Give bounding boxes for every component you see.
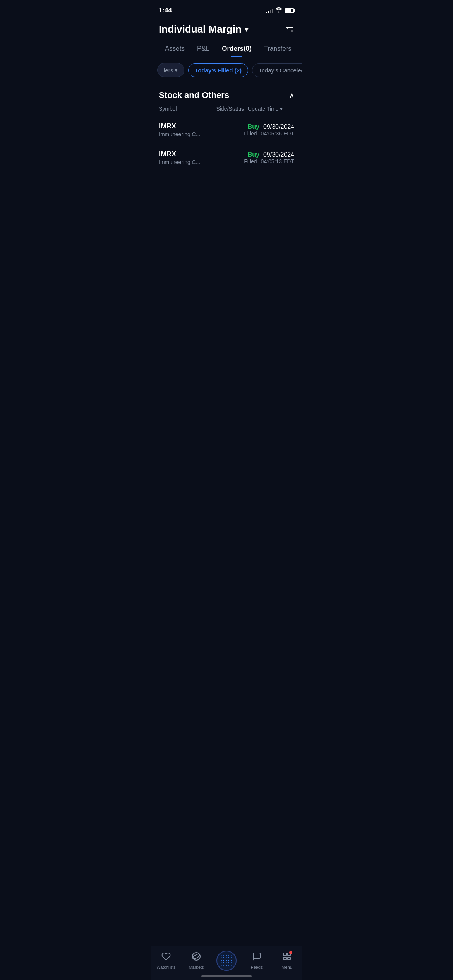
account-title[interactable]: Individual Margin ▾ [159,23,248,35]
order-date: 09/30/2024 [263,123,294,130]
order-side: Buy [248,123,259,130]
chevron-down-icon: ▾ [245,25,248,34]
order-time: 04:05:13 EDT [261,158,294,164]
nav-tabs: Assets P&L Orders(0) Transfers History D… [151,41,302,57]
order-side: Buy [248,151,259,158]
signal-icon [266,8,273,13]
table-row[interactable]: IMRX Immuneering C... Buy 09/30/2024 Fil… [151,144,302,171]
col-header-side-status: Side/Status [216,106,244,112]
status-icons [266,7,294,14]
order-date: 09/30/2024 [263,151,294,158]
order-info: IMRX Immuneering C... [159,150,244,165]
table-row[interactable]: IMRX Immuneering C... Buy 09/30/2024 Fil… [151,116,302,144]
col-header-update-time: Update Time ▾ [248,106,294,112]
order-side-time: Buy 09/30/2024 Filled 04:05:36 EDT [244,123,294,137]
order-name: Immuneering C... [159,159,244,165]
sub-filters: lers ▾ Today's Filled (2) Today's Cancel… [151,57,302,83]
tab-orders[interactable]: Orders(0) [216,41,258,57]
tab-history[interactable]: History [298,41,302,57]
order-status: Filled [244,158,257,164]
order-symbol: IMRX [159,150,244,158]
svg-point-1 [291,30,293,32]
wifi-icon [275,7,282,14]
order-name: Immuneering C... [159,131,244,137]
battery-icon [285,8,294,13]
account-name: Individual Margin [159,23,242,35]
tab-assets[interactable]: Assets [159,41,191,57]
order-symbol: IMRX [159,122,244,130]
header: Individual Margin ▾ [151,19,302,41]
table-header: Symbol Side/Status Update Time ▾ [151,106,302,116]
filter-todays-filled[interactable]: Today's Filled (2) [188,63,248,77]
order-time: 04:05:36 EDT [261,130,294,137]
filter-todays-canceled[interactable]: Today's Canceled [252,63,302,77]
section-title: Stock and Others [159,90,229,100]
sort-icon: ▾ [280,106,283,112]
tab-transfers[interactable]: Transfers [258,41,298,57]
order-info: IMRX Immuneering C... [159,122,244,137]
col-header-symbol: Symbol [159,106,212,112]
svg-point-0 [287,27,288,29]
stock-section-header: Stock and Others ∧ [151,83,302,106]
filter-all-orders[interactable]: lers ▾ [157,63,184,77]
collapse-icon[interactable]: ∧ [289,91,294,99]
status-time: 1:44 [159,7,172,14]
tab-pl[interactable]: P&L [191,41,216,57]
status-bar: 1:44 [151,0,302,19]
dropdown-icon: ▾ [175,67,178,74]
filter-settings-button[interactable] [285,25,294,34]
order-status: Filled [244,130,257,137]
order-side-time: Buy 09/30/2024 Filled 04:05:13 EDT [244,151,294,164]
